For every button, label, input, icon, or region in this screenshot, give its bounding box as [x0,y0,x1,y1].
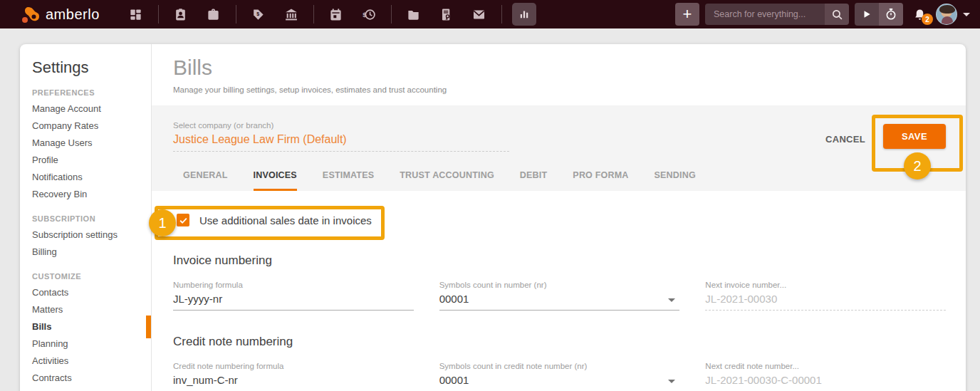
sidebar-item-profile[interactable]: Profile [32,152,151,169]
credit-note-symbols-field: Symbols count in credit note number (nr)… [439,362,680,391]
numbering-formula-field: Numbering formula JL-yyyy-nr [173,281,414,311]
sidebar-item-planning[interactable]: Planning [32,335,151,353]
amberlo-logo[interactable]: amberlo [21,5,100,24]
sidebar-section-preferences: PREFERENCES [32,88,151,97]
amberlo-logo-icon [21,5,41,24]
topbar-divider [158,5,159,24]
sidebar-item-company-rates[interactable]: Company Rates [32,118,151,135]
sidebar-item-bills[interactable]: Bills [32,318,151,335]
page-title: Bills [173,56,966,80]
topbar-divider [313,5,314,24]
company-select-label: Select company (or branch) [173,121,946,130]
credit-note-formula-label: Credit note numbering formula [173,362,414,370]
next-credit-note-number-value: JL-2021-00030-C-00001 [705,374,946,391]
page-subtitle: Manage your billing settings, setup invo… [173,85,966,94]
settings-sidebar: Settings PREFERENCES Manage Account Comp… [20,44,152,391]
symbols-count-field: Symbols count in number (nr) 00001 [439,281,680,311]
global-search [705,4,849,25]
billing-tag-icon[interactable]: $ [246,3,271,26]
next-invoice-number-label: Next invoice number... [705,281,946,289]
company-select-value[interactable]: Justice League Law Firm (Default) [173,133,509,152]
sidebar-item-manage-users[interactable]: Manage Users [32,135,151,152]
tab-estimates[interactable]: ESTIMATES [323,170,374,191]
symbols-count-select[interactable]: 00001 [439,293,680,311]
notifications-bell-icon[interactable]: 2 [909,3,930,26]
sidebar-section-customize: CUSTOMIZE [32,272,151,281]
sidebar-item-notifications[interactable]: Notifications [32,169,151,186]
user-avatar[interactable] [936,4,957,25]
account-menu-caret-icon[interactable] [963,13,970,16]
sidebar-item-manage-account[interactable]: Manage Account [32,100,151,118]
topbar-nav-icons: $ $ [124,3,536,26]
company-and-tabs-band: Select company (or branch) Justice Leagu… [152,105,966,191]
time-billing-icon[interactable]: $ [357,3,381,26]
invoices-tab-content: Use additional sales date in invoices In… [152,214,966,391]
topbar-right-cluster: + 2 [675,3,970,26]
dropdown-caret-icon[interactable] [668,380,675,383]
tab-sending[interactable]: SENDING [655,170,696,191]
topbar-divider [501,5,502,24]
numbering-formula-label: Numbering formula [173,281,414,289]
matters-briefcase-icon[interactable] [202,3,226,26]
logo-text: amberlo [46,6,100,23]
top-navigation-bar: amberlo $ [0,0,980,28]
sidebar-item-recovery-bin[interactable]: Recovery Bin [32,186,151,203]
page-header: Bills Manage your billing settings, setu… [152,44,966,94]
notification-count-badge: 2 [922,14,933,25]
credit-note-symbols-select[interactable]: 00001 [439,374,680,391]
sales-date-checkbox-label[interactable]: Use additional sales date in invoices [199,214,372,226]
sidebar-item-bills-label: Bills [32,321,51,332]
tab-debit[interactable]: DEBIT [520,170,548,191]
next-invoice-number-value: JL-2021-00030 [705,293,946,311]
sales-date-checkbox[interactable] [177,214,189,226]
topbar-divider [236,5,236,24]
search-icon[interactable] [825,4,849,25]
start-timer-play-icon[interactable] [855,3,879,26]
bills-tabs: GENERAL INVOICES ESTIMATES TRUST ACCOUNT… [173,170,946,191]
bank-icon[interactable] [279,3,303,26]
calendar-icon[interactable] [324,3,348,26]
tab-invoices[interactable]: INVOICES [254,170,297,191]
cancel-button[interactable]: CANCEL [825,134,865,145]
search-input[interactable] [705,4,825,25]
invoice-numbering-heading: Invoice numbering [173,254,946,268]
dropdown-caret-icon[interactable] [668,298,675,302]
document-seal-icon[interactable] [434,3,459,26]
svg-text:$: $ [256,11,259,17]
tab-general[interactable]: GENERAL [183,170,228,191]
sidebar-item-activities[interactable]: Activities [32,353,151,370]
tab-trust-accounting[interactable]: TRUST ACCOUNTING [400,170,494,191]
numbering-formula-input[interactable]: JL-yyyy-nr [173,293,414,311]
credit-note-formula-input[interactable]: inv_num-C-nr [173,374,414,391]
sales-date-checkbox-row: Use additional sales date in invoices [173,214,946,226]
sidebar-item-contracts[interactable]: Contracts [32,370,151,387]
sidebar-item-contacts[interactable]: Contacts [32,284,151,301]
credit-note-symbols-label: Symbols count in credit note number (nr) [439,362,680,370]
credit-note-formula-field: Credit note numbering formula inv_num-C-… [173,362,414,391]
credit-note-numbering-fields: Credit note numbering formula inv_num-C-… [173,362,946,391]
tab-pro-forma[interactable]: PRO FORMA [573,170,628,191]
sidebar-item-subscription-settings[interactable]: Subscription settings [32,226,151,244]
save-button[interactable]: SAVE [883,124,946,149]
bills-settings-main: Bills Manage your billing settings, setu… [152,44,966,391]
symbols-count-label: Symbols count in number (nr) [439,281,680,289]
stopwatch-icon[interactable] [879,3,903,26]
next-invoice-number-field: Next invoice number... JL-2021-00030 [705,281,946,311]
next-credit-note-number-field: Next credit note number... JL-2021-00030… [705,362,946,391]
reports-chart-icon[interactable] [512,3,536,26]
credit-note-numbering-heading: Credit note numbering [173,335,946,349]
settings-card: Settings PREFERENCES Manage Account Comp… [20,44,966,391]
quick-add-button[interactable]: + [675,3,699,26]
mail-icon[interactable] [467,3,491,26]
sidebar-item-matters[interactable]: Matters [32,301,151,318]
svg-text:$: $ [363,11,367,19]
contacts-badge-icon[interactable] [169,3,193,26]
topbar-divider [391,5,392,24]
sidebar-section-subscription: SUBSCRIPTION [32,214,151,223]
sidebar-title: Settings [32,58,151,77]
sidebar-item-billing[interactable]: Billing [32,244,151,261]
documents-folder-icon[interactable] [402,3,426,26]
invoice-numbering-fields: Numbering formula JL-yyyy-nr Symbols cou… [173,281,946,311]
apps-grid-icon[interactable] [124,3,148,26]
next-credit-note-number-label: Next credit note number... [705,362,946,370]
